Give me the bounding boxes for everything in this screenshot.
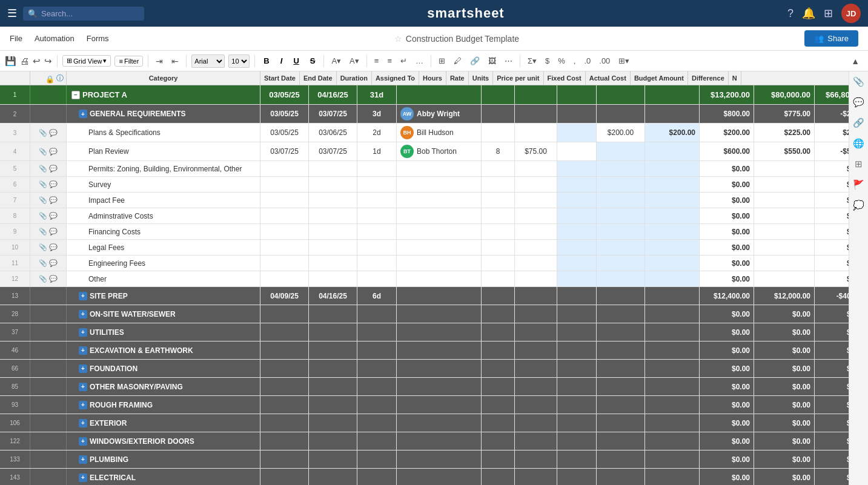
cell-units[interactable]	[557, 271, 597, 286]
table-row[interactable]: 4📎💬Plan Review03/07/2503/07/251dBTBob Th…	[0, 142, 849, 161]
cell-fixedcost[interactable]	[645, 105, 700, 123]
fill-color-icon[interactable]: A▾	[329, 55, 343, 67]
cell-difference[interactable]: $0.00	[815, 193, 849, 208]
cell-fixedcost[interactable]	[645, 360, 700, 377]
hamburger-icon[interactable]: ☰	[7, 7, 17, 20]
cell-units[interactable]	[557, 414, 597, 432]
cell-duration[interactable]: 1d	[357, 142, 397, 160]
cell-budgetamount[interactable]	[754, 177, 815, 192]
cell-duration[interactable]	[357, 256, 397, 271]
cell-enddate[interactable]	[309, 208, 357, 223]
highlight-icon[interactable]: 🖊	[451, 55, 464, 67]
cell-enddate[interactable]	[309, 305, 357, 323]
cell-hours[interactable]	[482, 378, 515, 395]
cell-difference[interactable]: $25.00	[815, 124, 849, 142]
cell-startdate[interactable]	[260, 360, 309, 377]
cell-actualcost[interactable]: $0.00	[700, 450, 754, 468]
comment-icon[interactable]: 💬	[49, 196, 58, 204]
underline-button[interactable]: U	[290, 54, 302, 67]
sidebar-attachment-icon[interactable]: 📎	[853, 76, 864, 87]
cell-enddate[interactable]	[309, 256, 357, 271]
cell-assigned[interactable]	[397, 378, 482, 395]
expand-icon[interactable]: +	[79, 292, 87, 300]
cell-enddate[interactable]	[309, 450, 357, 468]
info-icon[interactable]: ⓘ	[56, 73, 64, 84]
file-menu[interactable]: File	[10, 34, 22, 43]
col-header-assigned[interactable]: Assigned To	[372, 71, 419, 85]
save-icon[interactable]: 💾	[5, 56, 16, 67]
cell-priceunit[interactable]	[597, 396, 645, 414]
cell-hours[interactable]: 8	[482, 142, 515, 160]
cell-units[interactable]	[557, 240, 597, 255]
cell-actualcost[interactable]: $0.00	[700, 414, 754, 432]
cell-difference[interactable]: $0.00	[815, 341, 849, 359]
cell-fixedcost[interactable]: $200.00	[645, 124, 700, 142]
cell-enddate[interactable]	[309, 414, 357, 432]
expand-icon[interactable]: +	[79, 328, 87, 337]
sidebar-flag-icon[interactable]: 🚩	[853, 179, 864, 190]
cell-budgetamount[interactable]: $0.00	[754, 396, 815, 414]
cell-budgetamount[interactable]: $0.00	[754, 450, 815, 468]
cell-actualcost[interactable]: $0.00	[700, 271, 754, 286]
cell-difference[interactable]: $0.00	[815, 378, 849, 395]
cell-units[interactable]	[557, 341, 597, 359]
help-icon[interactable]: ?	[787, 7, 793, 20]
cell-budgetamount[interactable]: $80,000.00	[754, 85, 815, 104]
cell-category[interactable]: Plans & Specifications	[67, 124, 260, 142]
cell-assigned[interactable]: AWAbby Wright	[397, 105, 482, 123]
comment-icon[interactable]: 💬	[49, 259, 58, 267]
cell-category[interactable]: +WINDOWS/EXTERIOR DOORS	[67, 432, 260, 450]
col-header-end-date[interactable]: End Date	[300, 71, 337, 85]
table-row[interactable]: 10📎💬Legal Fees$0.00$0.00	[0, 240, 849, 256]
filter-button[interactable]: ≡ Filter	[114, 56, 143, 67]
table-row[interactable]: 7📎💬Impact Fee$0.00$0.00	[0, 193, 849, 208]
cell-priceunit[interactable]	[597, 161, 645, 176]
attachment-icon[interactable]: 📎	[39, 275, 47, 283]
cell-rate[interactable]	[515, 256, 557, 271]
cell-hours[interactable]	[482, 193, 515, 208]
comment-icon[interactable]: 💬	[49, 129, 58, 137]
cell-priceunit[interactable]	[597, 287, 645, 305]
cell-duration[interactable]	[357, 378, 397, 395]
cell-category[interactable]: Permits: Zoning, Building, Environmental…	[67, 161, 260, 176]
cell-assigned[interactable]	[397, 224, 482, 239]
cell-difference[interactable]: $66,800.00	[815, 85, 849, 104]
cell-budgetamount[interactable]	[754, 271, 815, 286]
cell-rate[interactable]	[515, 305, 557, 323]
col-header-budget-amount[interactable]: Budget Amount	[631, 71, 688, 85]
share-button[interactable]: 👥 Share	[804, 30, 858, 47]
cell-units[interactable]	[557, 396, 597, 414]
cell-actualcost[interactable]: $0.00	[700, 177, 754, 192]
cell-assigned[interactable]	[397, 323, 482, 341]
cell-category[interactable]: Adminstrative Costs	[67, 208, 260, 223]
percent-icon[interactable]: %	[555, 55, 568, 67]
search-box[interactable]: 🔍	[23, 7, 144, 21]
cell-assigned[interactable]	[397, 341, 482, 359]
cell-budgetamount[interactable]: $0.00	[754, 378, 815, 395]
decimal-inc-icon[interactable]: .00	[597, 55, 612, 67]
sidebar-globe-icon[interactable]: 🌐	[853, 138, 864, 149]
cell-hours[interactable]	[482, 323, 515, 341]
font-selector[interactable]: Arial	[191, 54, 225, 68]
attachment-icon[interactable]: 📎	[39, 180, 47, 188]
expand-icon[interactable]: −	[71, 91, 80, 99]
cell-priceunit[interactable]	[597, 105, 645, 123]
cell-assigned[interactable]: BTBob Thorton	[397, 142, 482, 160]
cell-enddate[interactable]: 03/07/25	[309, 105, 357, 123]
cell-fixedcost[interactable]	[645, 208, 700, 223]
cell-budgetamount[interactable]: $12,000.00	[754, 287, 815, 305]
sidebar-layers-icon[interactable]: ⊞	[855, 159, 863, 170]
cell-duration[interactable]	[357, 208, 397, 223]
cell-enddate[interactable]	[309, 378, 357, 395]
cell-units[interactable]	[557, 378, 597, 395]
cell-rate[interactable]	[515, 341, 557, 359]
cell-enddate[interactable]	[309, 193, 357, 208]
cell-units[interactable]	[557, 432, 597, 450]
cell-assigned[interactable]	[397, 469, 482, 485]
cell-assigned[interactable]	[397, 240, 482, 255]
undo-icon[interactable]: ↩	[33, 56, 41, 67]
attachment-icon[interactable]: 📎	[39, 212, 47, 220]
indent-decrease-icon[interactable]: ⇤	[169, 55, 181, 67]
currency-icon[interactable]: $	[543, 55, 552, 67]
cell-duration[interactable]	[357, 161, 397, 176]
